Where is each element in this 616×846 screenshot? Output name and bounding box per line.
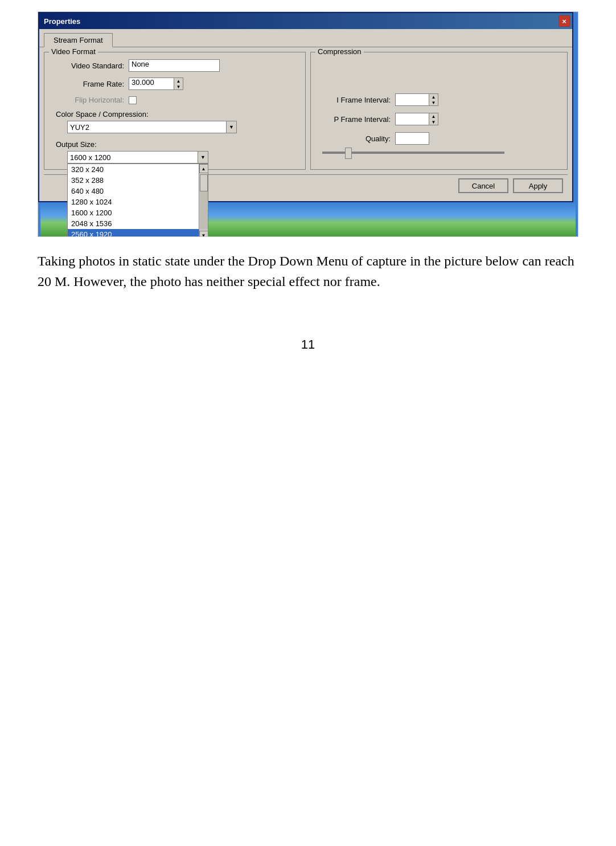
color-space-label: Color Space / Compression: — [56, 110, 299, 118]
description-paragraph: Taking photos in static state under the … — [38, 251, 578, 292]
color-space-field: YUY2 — [67, 121, 227, 133]
frame-rate-input[interactable]: 30.000 — [129, 77, 174, 90]
i-frame-spin-up[interactable]: ▲ — [429, 94, 438, 100]
quality-row: Quality: — [317, 132, 561, 145]
list-item-2560[interactable]: 2560 x 1920 — [68, 229, 199, 237]
p-frame-spin-down[interactable]: ▼ — [429, 119, 438, 125]
quality-input[interactable] — [395, 132, 429, 145]
i-frame-label: I Frame Interval: — [317, 96, 391, 104]
tab-area: Stream Format — [39, 29, 572, 47]
screenshot-area: Properties × Stream Format Video Format — [38, 11, 578, 237]
list-item-352[interactable]: 352 x 288 — [68, 175, 199, 186]
p-frame-spin-buttons: ▲ ▼ — [429, 113, 438, 125]
list-item-640[interactable]: 640 x 480 — [68, 186, 199, 197]
apply-button[interactable]: Apply — [513, 178, 563, 193]
output-size-field: 1600 x 1200 — [67, 151, 198, 164]
color-space-dropdown-container: YUY2 ▼ — [67, 121, 299, 133]
output-size-dropdown[interactable]: 1600 x 1200 ▼ — [67, 151, 208, 164]
frame-rate-row: Frame Rate: 30.000 ▲ ▼ — [50, 77, 299, 90]
video-standard-input[interactable]: None — [129, 59, 220, 72]
output-size-row: Output Size: 1600 x 1200 ▼ — [50, 140, 299, 164]
dropdown-scrollbar: ▲ ▼ — [199, 164, 208, 237]
panels-row: Video Format Video Standard: None Frame … — [44, 52, 568, 170]
p-frame-label: P Frame Interval: — [317, 115, 391, 124]
frame-rate-spin-buttons: ▲ ▼ — [174, 77, 183, 90]
page: Properties × Stream Format Video Format — [0, 0, 616, 846]
frame-rate-spin[interactable]: 30.000 ▲ ▼ — [129, 77, 183, 90]
i-frame-input[interactable] — [395, 93, 429, 106]
video-standard-label: Video Standard: — [50, 62, 124, 70]
scroll-up[interactable]: ▲ — [199, 164, 208, 173]
quality-label: Quality: — [317, 134, 391, 143]
p-frame-input[interactable] — [395, 113, 429, 125]
output-size-dropdown-wrapper: 1600 x 1200 ▼ 320 x 240 352 — [67, 151, 208, 164]
i-frame-spin-buttons: ▲ ▼ — [429, 93, 438, 106]
output-size-arrow[interactable]: ▼ — [198, 151, 208, 164]
list-item-320[interactable]: 320 x 240 — [68, 164, 199, 175]
quality-slider-thumb[interactable] — [345, 148, 352, 159]
p-frame-row: P Frame Interval: ▲ ▼ — [317, 113, 561, 125]
frame-rate-spin-down[interactable]: ▼ — [174, 84, 183, 89]
quality-slider-container — [317, 152, 561, 154]
scroll-thumb[interactable] — [200, 174, 208, 191]
i-frame-spin-down[interactable]: ▼ — [429, 100, 438, 105]
flip-horizontal-label: Flip Horizontal: — [50, 96, 124, 104]
video-format-legend: Video Format — [49, 47, 98, 56]
dropdown-items: 320 x 240 352 x 288 640 x 480 1280 x 102… — [68, 164, 199, 237]
list-item-2048[interactable]: 2048 x 1536 — [68, 218, 199, 229]
quality-slider-track[interactable] — [322, 152, 504, 154]
frame-rate-label: Frame Rate: — [50, 80, 124, 88]
compression-group: Compression I Frame Interval: ▲ ▼ — [310, 52, 568, 170]
video-format-group: Video Format Video Standard: None Frame … — [44, 52, 306, 170]
p-frame-spin[interactable]: ▲ ▼ — [395, 113, 438, 125]
color-space-dropdown[interactable]: YUY2 ▼ — [67, 121, 299, 133]
flip-horizontal-checkbox[interactable] — [129, 96, 137, 104]
flip-horizontal-row: Flip Horizontal: — [50, 96, 299, 104]
scroll-track — [200, 174, 208, 230]
i-frame-row: I Frame Interval: ▲ ▼ — [317, 93, 561, 106]
title-bar: Properties × — [39, 13, 572, 29]
dialog-title: Properties — [44, 17, 80, 26]
page-number: 11 — [301, 337, 315, 352]
list-item-1280[interactable]: 1280 x 1024 — [68, 197, 199, 207]
scroll-down[interactable]: ▼ — [199, 231, 208, 237]
compression-legend: Compression — [315, 47, 364, 56]
dropdown-scroll-area: 320 x 240 352 x 288 640 x 480 1280 x 102… — [68, 164, 208, 237]
color-space-arrow[interactable]: ▼ — [227, 121, 237, 133]
output-size-dropdown-list: 320 x 240 352 x 288 640 x 480 1280 x 102… — [67, 164, 208, 237]
video-standard-row: Video Standard: None — [50, 59, 299, 72]
i-frame-spin[interactable]: ▲ ▼ — [395, 93, 438, 106]
close-button[interactable]: × — [558, 15, 570, 27]
text-content-area: Taking photos in static state under the … — [38, 251, 578, 292]
tab-stream-format[interactable]: Stream Format — [44, 33, 113, 47]
dialog-content: Video Format Video Standard: None Frame … — [39, 47, 572, 201]
list-item-1600[interactable]: 1600 x 1200 — [68, 207, 199, 218]
properties-dialog: Properties × Stream Format Video Format — [38, 12, 573, 202]
frame-rate-spin-up[interactable]: ▲ — [174, 78, 183, 84]
cancel-button[interactable]: Cancel — [458, 178, 508, 193]
p-frame-spin-up[interactable]: ▲ — [429, 113, 438, 119]
output-size-label: Output Size: — [56, 140, 97, 149]
